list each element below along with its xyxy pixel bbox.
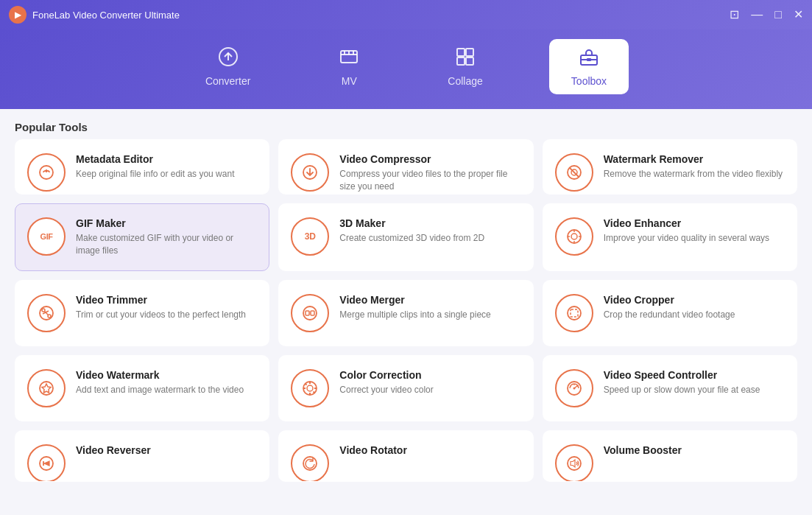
tool-info-video-enhancer: Video Enhancer Improve your video qualit…	[604, 217, 785, 245]
tool-name-gif-maker: GIF Maker	[76, 217, 257, 229]
nav-bar: Converter MV Collage	[0, 29, 812, 109]
converter-icon	[218, 46, 239, 71]
tool-name-video-reverser: Video Reverser	[76, 444, 257, 456]
tool-name-video-rotator: Video Rotator	[339, 444, 520, 456]
tool-card-video-cropper[interactable]: Video Cropper Crop the redundant video f…	[543, 280, 797, 346]
tool-icon-video-compressor	[291, 153, 329, 192]
nav-converter-label: Converter	[205, 75, 250, 87]
tool-card-watermark-remover[interactable]: Watermark Remover Remove the watermark f…	[543, 139, 797, 195]
tool-card-video-speed-controller[interactable]: Video Speed Controller Speed up or slow …	[543, 355, 797, 421]
captions-button[interactable]: ⊡	[730, 9, 739, 21]
svg-point-26	[42, 309, 45, 312]
nav-toolbox[interactable]: Toolbox	[549, 39, 629, 94]
tool-card-video-rotator[interactable]: Video Rotator	[278, 430, 533, 482]
tool-icon-video-reverser	[27, 444, 66, 482]
nav-converter[interactable]: Converter	[183, 39, 272, 94]
tool-icon-video-enhancer	[555, 217, 593, 256]
tool-card-video-watermark[interactable]: Video Watermark Add text and image water…	[15, 355, 269, 421]
tool-card-volume-booster[interactable]: Volume Booster	[543, 430, 797, 482]
svg-rect-6	[457, 49, 465, 56]
tool-name-video-merger: Video Merger	[339, 294, 520, 306]
svg-point-33	[568, 306, 581, 320]
tool-card-video-compressor[interactable]: Video Compressor Compress your video fil…	[278, 139, 533, 195]
svg-point-45	[573, 387, 575, 389]
tool-desc-watermark-remover: Remove the watermark from the video flex…	[604, 168, 785, 181]
tool-info-volume-booster: Volume Booster	[604, 444, 785, 459]
tool-name-video-trimmer: Video Trimmer	[76, 294, 257, 306]
tool-card-color-correction[interactable]: Color Correction Correct your video colo…	[278, 355, 533, 421]
app-icon: ▶	[9, 6, 27, 24]
minimize-button[interactable]: —	[751, 9, 763, 21]
tool-icon-watermark-remover	[555, 153, 593, 192]
tool-icon-volume-booster	[555, 444, 593, 482]
tools-grid-wrapper[interactable]: Metadata Editor Keep original file info …	[0, 139, 812, 515]
tool-name-volume-booster: Volume Booster	[604, 444, 785, 456]
tool-info-color-correction: Color Correction Correct your video colo…	[339, 369, 520, 396]
content-area: Popular Tools Metadata Editor Keep origi…	[0, 109, 812, 515]
tool-info-video-speed-controller: Video Speed Controller Speed up or slow …	[604, 369, 785, 396]
tool-desc-video-trimmer: Trim or cut your videos to the perfect l…	[76, 309, 257, 321]
svg-rect-7	[466, 49, 473, 56]
tool-info-metadata-editor: Metadata Editor Keep original file info …	[76, 153, 257, 181]
svg-line-48	[577, 386, 578, 387]
nav-collage[interactable]: Collage	[426, 39, 504, 94]
tool-icon-video-speed-controller	[555, 369, 593, 407]
tool-desc-metadata-editor: Keep original file info or edit as you w…	[76, 168, 257, 181]
tool-card-video-enhancer[interactable]: Video Enhancer Improve your video qualit…	[543, 203, 797, 271]
close-button[interactable]: ✕	[794, 9, 803, 21]
maximize-button[interactable]: □	[774, 9, 782, 21]
tool-name-video-speed-controller: Video Speed Controller	[604, 369, 785, 381]
svg-rect-34	[571, 309, 578, 317]
tool-desc-video-merger: Merge multiple clips into a single piece	[339, 309, 520, 321]
svg-line-43	[314, 391, 315, 393]
tool-icon-video-watermark	[27, 369, 66, 407]
svg-line-42	[306, 383, 307, 385]
tool-icon-video-rotator	[291, 444, 329, 482]
collage-icon	[455, 46, 476, 71]
tool-info-video-reverser: Video Reverser	[76, 444, 257, 459]
tool-name-metadata-editor: Metadata Editor	[76, 153, 257, 165]
tool-card-video-trimmer[interactable]: Video Trimmer Trim or cut your videos to…	[15, 280, 269, 346]
tool-name-color-correction: Color Correction	[339, 369, 520, 381]
tool-desc-3d-maker: Create customized 3D video from 2D	[339, 232, 520, 245]
tool-card-video-merger[interactable]: Video Merger Merge multiple clips into a…	[278, 280, 533, 346]
tool-desc-gif-maker: Make customized GIF with your video or i…	[76, 232, 257, 257]
tool-desc-video-watermark: Add text and image watermark to the vide…	[76, 384, 257, 396]
nav-mv[interactable]: MV	[317, 39, 381, 94]
tool-desc-video-cropper: Crop the redundant video footage	[604, 309, 785, 321]
tool-name-video-watermark: Video Watermark	[76, 369, 257, 381]
nav-mv-label: MV	[342, 75, 357, 87]
svg-rect-32	[311, 311, 314, 315]
section-title: Popular Tools	[0, 109, 812, 139]
tool-card-metadata-editor[interactable]: Metadata Editor Keep original file info …	[15, 139, 269, 195]
tool-card-gif-maker[interactable]: GIF GIF Maker Make customized GIF with y…	[15, 203, 269, 271]
svg-point-37	[307, 385, 313, 391]
svg-point-27	[48, 315, 51, 318]
mv-icon	[339, 46, 359, 71]
tool-info-video-merger: Video Merger Merge multiple clips into a…	[339, 294, 520, 321]
svg-point-20	[571, 234, 577, 239]
tool-info-3d-maker: 3D Maker Create customized 3D video from…	[339, 217, 520, 245]
toolbox-icon	[579, 46, 599, 71]
svg-rect-9	[466, 57, 473, 65]
tool-icon-3d-maker: 3D	[291, 217, 329, 256]
nav-collage-label: Collage	[448, 75, 482, 87]
tool-name-video-cropper: Video Cropper	[604, 294, 785, 306]
tool-icon-gif-maker: GIF	[27, 217, 66, 256]
svg-line-46	[570, 386, 571, 387]
tool-name-3d-maker: 3D Maker	[339, 217, 520, 229]
tool-icon-video-cropper	[555, 294, 593, 332]
tool-card-3d-maker[interactable]: 3D 3D Maker Create customized 3D video f…	[278, 203, 533, 271]
tool-desc-video-speed-controller: Speed up or slow down your file at ease	[604, 384, 785, 396]
tool-icon-video-trimmer	[27, 294, 66, 332]
tool-desc-video-compressor: Compress your video files to the proper …	[339, 168, 520, 193]
title-bar: ▶ FoneLab Video Converter Ultimate ⊡ — □…	[0, 0, 812, 29]
title-bar-controls: ⊡ — □ ✕	[730, 9, 803, 21]
tool-info-video-watermark: Video Watermark Add text and image water…	[76, 369, 257, 396]
tool-icon-color-correction	[291, 369, 329, 407]
svg-rect-31	[306, 311, 309, 315]
tool-desc-color-correction: Correct your video color	[339, 384, 520, 396]
tool-card-video-reverser[interactable]: Video Reverser	[15, 430, 269, 482]
tool-info-video-compressor: Video Compressor Compress your video fil…	[339, 153, 520, 193]
tool-info-video-trimmer: Video Trimmer Trim or cut your videos to…	[76, 294, 257, 321]
